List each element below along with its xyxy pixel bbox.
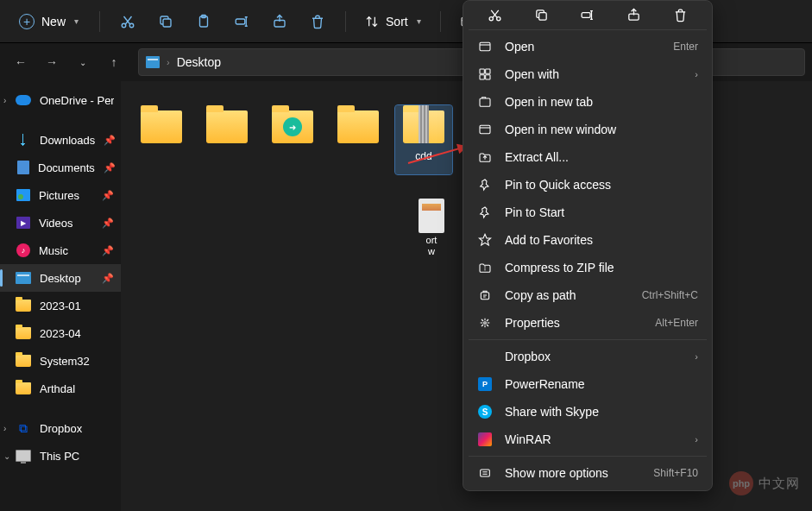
download-icon: ⭣ <box>16 132 31 148</box>
file-label: ortw <box>426 235 437 257</box>
pin-icon: 📌 <box>102 273 114 284</box>
rename-button[interactable] <box>224 6 259 37</box>
cm-share-button[interactable] <box>619 6 650 23</box>
properties-icon <box>477 315 493 331</box>
recent-button[interactable]: ⌄ <box>69 48 97 76</box>
pictures-icon <box>16 189 30 201</box>
folder-icon <box>272 110 313 143</box>
menu-item-winrar[interactable]: WinRAR › <box>467 426 708 453</box>
pin-icon <box>477 177 493 192</box>
menu-item-copy-path[interactable]: Copy as path Ctrl+Shift+C <box>467 281 708 309</box>
menu-item-show-more[interactable]: Show more options Shift+F10 <box>467 459 708 487</box>
svg-rect-11 <box>582 12 591 17</box>
sidebar-label: Arthdal <box>40 382 75 395</box>
sidebar-label: Downloads <box>40 134 95 147</box>
menu-item-open-with[interactable]: Open with › <box>467 60 708 88</box>
menu-divider <box>469 456 707 457</box>
menu-item-dropbox[interactable]: Dropbox › <box>467 343 708 370</box>
cm-rename-button[interactable] <box>572 6 603 23</box>
menu-label: Add to Favorites <box>505 233 593 247</box>
sidebar-item-folder[interactable]: 2023-04 <box>0 319 121 347</box>
sidebar-item-folder[interactable]: System32 <box>0 347 121 375</box>
extract-icon <box>477 149 493 165</box>
desktop-icon <box>146 56 160 68</box>
menu-item-powerrename[interactable]: P PowerRename <box>467 370 708 398</box>
sidebar-label: Dropbox <box>40 422 82 435</box>
menu-item-compress[interactable]: Compress to ZIP file <box>467 254 708 281</box>
menu-item-extract-all[interactable]: Extract All... <box>467 143 708 171</box>
cm-copy-button[interactable] <box>526 6 557 23</box>
sidebar-item-documents[interactable]: Documents 📌 <box>0 154 121 181</box>
sidebar-item-desktop[interactable]: Desktop 📌 <box>0 264 121 292</box>
menu-item-open-new-window[interactable]: Open in new window <box>467 116 708 143</box>
sidebar-item-videos[interactable]: ▶ Videos 📌 <box>0 209 121 237</box>
share-button[interactable] <box>262 6 297 37</box>
sidebar-label: This PC <box>40 450 79 463</box>
folder-icon <box>16 355 31 367</box>
folder-item[interactable] <box>133 105 190 174</box>
chevron-down-icon: ▾ <box>74 16 79 26</box>
sidebar: › OneDrive - Persona ⭣ Downloads 📌 Docum… <box>0 81 121 511</box>
menu-item-pin-quick-access[interactable]: Pin to Quick access <box>467 171 708 199</box>
paste-button[interactable] <box>186 6 221 37</box>
sidebar-label: Videos <box>39 217 73 230</box>
sidebar-label: 2023-01 <box>40 300 81 312</box>
menu-item-properties[interactable]: Properties Alt+Enter <box>467 309 708 337</box>
sidebar-item-dropbox[interactable]: › ⧉ Dropbox <box>0 414 121 442</box>
menu-item-open[interactable]: Open Enter <box>467 33 708 60</box>
menu-label: Copy as path <box>505 288 576 302</box>
menu-label: WinRAR <box>505 432 551 446</box>
chevron-right-icon: › <box>695 351 698 362</box>
pin-icon: 📌 <box>102 190 114 201</box>
delete-button[interactable] <box>300 6 335 37</box>
svg-rect-2 <box>163 19 171 27</box>
cm-delete-button[interactable] <box>664 6 696 23</box>
cut-button[interactable] <box>110 6 145 37</box>
svg-point-1 <box>129 23 134 28</box>
cm-cut-button[interactable] <box>480 6 511 23</box>
svg-rect-17 <box>486 75 490 79</box>
menu-item-favorites[interactable]: Add to Favorites <box>467 226 708 254</box>
sidebar-item-downloads[interactable]: ⭣ Downloads 📌 <box>0 126 121 154</box>
chevron-right-icon: › <box>3 96 6 105</box>
toolbar-divider <box>440 11 441 32</box>
pin-icon: 📌 <box>104 135 116 146</box>
sidebar-item-thispc[interactable]: ⌄ This PC <box>0 442 121 470</box>
svg-rect-16 <box>480 75 484 79</box>
sort-button[interactable]: Sort ▾ <box>356 9 430 34</box>
document-item[interactable]: ortw <box>419 195 444 257</box>
svg-rect-19 <box>480 125 490 133</box>
menu-divider <box>469 339 707 340</box>
svg-rect-15 <box>486 69 490 73</box>
sidebar-label: OneDrive - Persona <box>40 94 114 107</box>
sidebar-item-pictures[interactable]: Pictures 📌 <box>0 181 121 209</box>
new-window-icon <box>477 122 493 137</box>
toolbar-divider <box>345 11 346 32</box>
menu-label: Open in new window <box>505 123 616 136</box>
sidebar-item-onedrive[interactable]: › OneDrive - Persona <box>0 86 121 114</box>
sort-label: Sort <box>386 15 408 28</box>
menu-item-pin-start[interactable]: Pin to Start <box>467 199 708 226</box>
menu-item-open-new-tab[interactable]: Open in new tab <box>467 88 708 116</box>
sidebar-item-folder[interactable]: 2023-01 <box>0 292 121 319</box>
new-button[interactable]: + New ▾ <box>9 9 89 35</box>
menu-label: Share with Skype <box>505 405 599 419</box>
up-button[interactable]: ↑ <box>100 48 128 76</box>
folder-item[interactable] <box>330 105 387 174</box>
svg-point-0 <box>122 23 126 28</box>
svg-rect-20 <box>481 293 488 300</box>
folder-item[interactable] <box>264 105 321 174</box>
open-icon <box>477 39 493 54</box>
zip-icon <box>477 260 493 275</box>
copy-button[interactable] <box>148 6 183 37</box>
sidebar-item-music[interactable]: ♪ Music 📌 <box>0 237 121 264</box>
back-button[interactable]: ← <box>7 48 35 76</box>
sidebar-item-folder[interactable]: Arthdal <box>0 375 121 402</box>
folder-item[interactable] <box>198 105 255 174</box>
menu-item-skype[interactable]: S Share with Skype <box>467 398 708 426</box>
sidebar-label: Music <box>39 244 68 257</box>
forward-button[interactable]: → <box>38 48 66 76</box>
zip-file-item[interactable]: cdd <box>395 105 452 174</box>
pin-icon: 📌 <box>104 162 116 173</box>
pin-icon: 📌 <box>102 218 114 229</box>
